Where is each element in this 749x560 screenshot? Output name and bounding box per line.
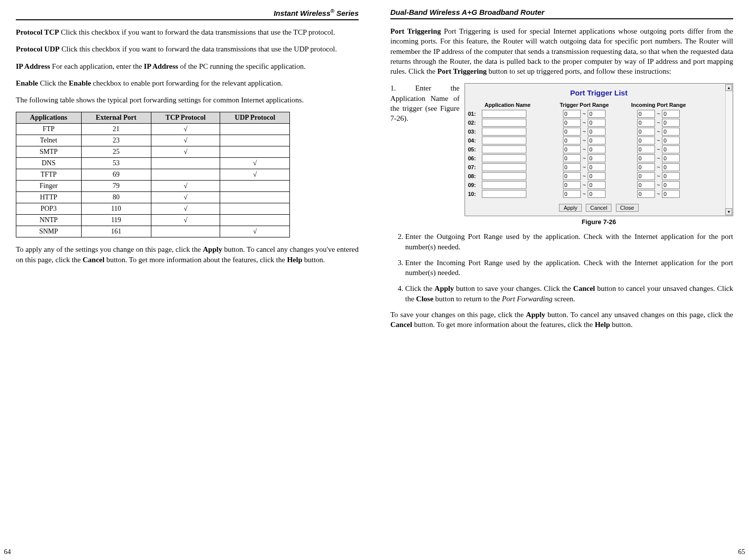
incoming-from-input[interactable] [637,154,655,162]
rf-b1: Apply [526,311,545,319]
steps-list: Enter the Outgoing Port Range used by th… [390,232,733,304]
incoming-to-input[interactable] [662,137,680,144]
tilde-icon: ~ [657,173,660,179]
trigger-to-input[interactable] [588,181,606,189]
appname-input[interactable] [482,163,526,171]
incoming-to-input[interactable] [662,119,680,127]
trigger-from-input[interactable] [563,128,581,136]
incoming-from-input[interactable] [637,145,655,153]
scroll-up-icon[interactable]: ▴ [725,84,732,91]
appname-input[interactable] [482,128,526,136]
tilde-icon: ~ [583,129,586,135]
pt-row: 08:~~ [468,172,730,180]
th-tcp: TCP Protocol [151,112,220,124]
step-2: Enter the Outgoing Port Range used by th… [405,232,733,252]
table-row: DNS53√ [16,158,290,169]
trigger-from-input[interactable] [563,119,581,127]
enable-desc1: Click the [38,79,69,87]
appname-input[interactable] [482,145,526,153]
table-row: TFTP69√ [16,169,290,181]
trigger-from-input[interactable] [563,145,581,153]
dialog-buttons: Apply Cancel Close [468,203,730,212]
appname-input[interactable] [482,137,526,144]
pt-row: 10:~~ [468,190,730,198]
port-trigger-dialog: ▴ ▾ Port Trigger List Application Name T… [465,83,733,216]
incoming-to-input[interactable] [662,128,680,136]
pt-row: 06:~~ [468,154,730,162]
appname-input[interactable] [482,172,526,180]
trigger-to-input[interactable] [588,145,606,153]
incoming-to-input[interactable] [662,154,680,162]
scroll-track[interactable] [725,91,732,208]
tilde-icon: ~ [583,164,586,170]
pt-row: 01:~~ [468,110,730,118]
table-row: NNTP119√ [16,215,290,226]
trigger-from-input[interactable] [563,181,581,189]
row-number: 01: [468,111,482,117]
incoming-from-input[interactable] [637,190,655,198]
trigger-from-input[interactable] [563,137,581,144]
trigger-to-input[interactable] [588,137,606,144]
pt-row: 07:~~ [468,163,730,171]
incoming-to-input[interactable] [662,163,680,171]
cancel-button[interactable]: Cancel [586,204,611,212]
trigger-to-input[interactable] [588,172,606,180]
incoming-from-input[interactable] [637,172,655,180]
trigger-to-input[interactable] [588,154,606,162]
tilde-icon: ~ [583,173,586,179]
appname-input[interactable] [482,110,526,118]
port-triggering-section: Port Triggering Port Triggering is used … [390,26,733,76]
appname-input[interactable] [482,154,526,162]
incoming-from-input[interactable] [637,110,655,118]
pt-label: Port Triggering [390,27,441,35]
incoming-to-input[interactable] [662,172,680,180]
incoming-from-input[interactable] [637,137,655,144]
row-number: 04: [468,138,482,143]
pt-row: 02:~~ [468,119,730,127]
incoming-from-input[interactable] [637,163,655,171]
trigger-to-input[interactable] [588,110,606,118]
trigger-from-input[interactable] [563,163,581,171]
cell-app: NNTP [16,215,82,226]
incoming-to-input[interactable] [662,190,680,198]
appname-input[interactable] [482,119,526,127]
cell-port: 25 [81,146,151,158]
table-row: SNMP161√ [16,226,290,237]
row-number: 06: [468,155,482,161]
appname-input[interactable] [482,190,526,198]
trigger-to-input[interactable] [588,190,606,198]
trigger-from-input[interactable] [563,154,581,162]
incoming-to-input[interactable] [662,145,680,153]
appname-input[interactable] [482,181,526,189]
ip-address-desc1: For each application, enter the [50,62,144,70]
col-appname: Application Name [468,102,547,108]
s4t5: screen. [553,295,575,303]
incoming-from-input[interactable] [637,181,655,189]
th-udp: UDP Protocol [220,112,290,124]
close-button[interactable]: Close [616,204,639,212]
incoming-from-input[interactable] [637,119,655,127]
incoming-to-input[interactable] [662,181,680,189]
trigger-to-input[interactable] [588,128,606,136]
enable-bold: Enable [69,79,91,87]
protocol-tcp-section: Protocol TCP Click this checkbox if you … [16,27,359,37]
trigger-to-input[interactable] [588,119,606,127]
trigger-to-input[interactable] [588,163,606,171]
row-number: 07: [468,164,482,170]
ip-address-bold: IP Address [144,62,178,70]
apply-t4: button. [302,256,325,264]
cell-udp [220,203,290,215]
table-row: FTP21√ [16,124,290,135]
cell-port: 79 [81,181,151,192]
scroll-down-icon[interactable]: ▾ [725,208,732,215]
ip-address-desc2: of the PC running the specific applicati… [178,62,305,70]
incoming-to-input[interactable] [662,110,680,118]
trigger-from-input[interactable] [563,190,581,198]
apply-button[interactable]: Apply [559,204,582,212]
s4b2: Cancel [573,284,595,292]
right-header: Dual-Band Wireless A+G Broadband Router [390,8,733,19]
cell-udp: √ [220,158,290,169]
trigger-from-input[interactable] [563,172,581,180]
incoming-from-input[interactable] [637,128,655,136]
trigger-from-input[interactable] [563,110,581,118]
